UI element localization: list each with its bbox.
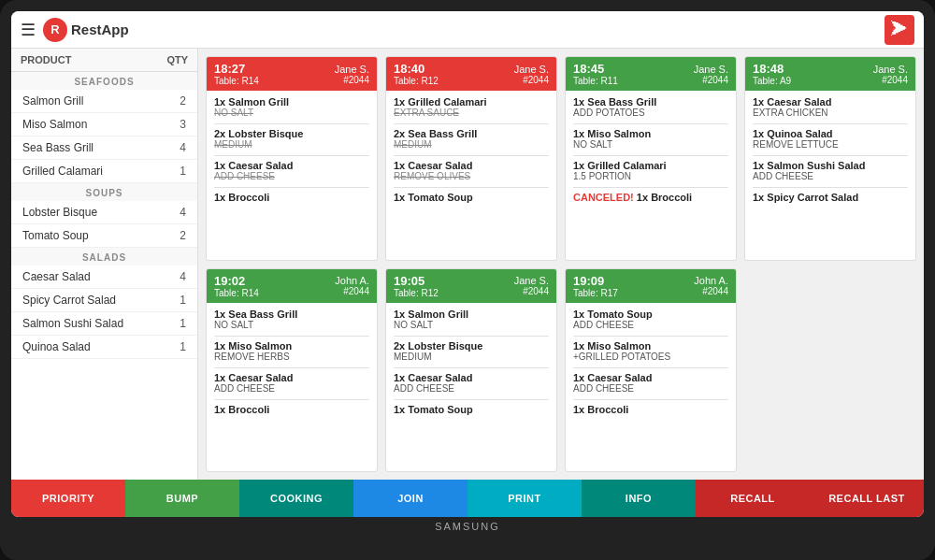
- order-card-order-5[interactable]: 19:02 Table: R14 John A. #2044 1x Sea Ba…: [206, 268, 378, 473]
- header: ☰ R RestApp ⮞: [11, 11, 924, 49]
- order-item-mod: ADD POTATOES: [573, 108, 728, 118]
- order-item-separator: [214, 187, 369, 188]
- sidebar-item[interactable]: Salmon Grill2: [11, 90, 197, 113]
- order-item: 2x Lobster BisqueMEDIUM: [214, 128, 369, 150]
- order-item-separator: [394, 155, 549, 156]
- order-item: 1x Broccoli: [214, 192, 369, 203]
- order-waiter-id: #2044: [335, 75, 369, 85]
- order-card-order-2[interactable]: 18:40 Table: R12 Jane S. #2044 1x Grille…: [385, 56, 557, 261]
- sidebar-item[interactable]: Lobster Bisque4: [11, 201, 197, 224]
- order-time: 19:09: [573, 274, 618, 288]
- order-card-order-6[interactable]: 19:05 Table: R12 Jane S. #2044 1x Salmon…: [385, 268, 557, 473]
- order-table: Table: R17: [573, 288, 618, 298]
- toolbar-btn-info[interactable]: INFO: [582, 480, 696, 517]
- order-waiter-id: #2044: [694, 286, 728, 296]
- exit-button[interactable]: ⮞: [885, 15, 914, 45]
- order-item: 1x Caesar SaladADD CHEESE: [573, 372, 728, 394]
- order-item: 1x Caesar SaladADD CHEESE: [214, 372, 369, 394]
- sidebar-item[interactable]: Sea Bass Grill4: [11, 136, 197, 160]
- order-item-name: 1x Broccoli: [214, 404, 369, 415]
- screen: ☰ R RestApp ⮞ PRODUCT QTY SEAFOODSSalmon…: [11, 11, 924, 517]
- sidebar-item-qty: 3: [180, 118, 186, 131]
- order-card-header: 18:45 Table: R11 Jane S. #2044: [566, 57, 736, 91]
- sidebar-item[interactable]: Quinoa Salad1: [11, 336, 197, 359]
- sidebar-item[interactable]: Tomato Soup2: [11, 224, 197, 248]
- toolbar-btn-cooking[interactable]: COOKING: [239, 480, 353, 517]
- order-items: 1x Salmon GrillNO SALT2x Lobster BisqueM…: [386, 303, 556, 472]
- order-waiter-name: Jane S.: [514, 275, 549, 286]
- order-item: 1x Tomato SoupADD CHEESE: [573, 309, 728, 330]
- order-items: 1x Grilled CalamariEXTRA SAUCE2x Sea Bas…: [386, 91, 556, 260]
- order-table: Table: R14: [214, 288, 259, 298]
- order-waiter-id: #2044: [335, 286, 369, 296]
- order-card-header: 18:27 Table: R14 Jane S. #2044: [207, 57, 377, 91]
- order-time-table: 18:45 Table: R11: [573, 62, 618, 86]
- order-item-name: 1x Broccoli: [637, 192, 692, 203]
- toolbar-btn-recall-last[interactable]: RECALL LAST: [810, 480, 924, 517]
- order-item-separator: [214, 155, 369, 156]
- order-item-mod: NO SALT: [573, 139, 728, 150]
- order-table: Table: A9: [753, 76, 791, 86]
- order-item-separator: [394, 187, 549, 188]
- toolbar-btn-recall[interactable]: RECALL: [696, 480, 810, 517]
- order-time-table: 19:09 Table: R17: [573, 274, 618, 298]
- toolbar-btn-priority[interactable]: PRIORITY: [11, 480, 125, 517]
- order-time: 18:45: [573, 62, 618, 76]
- order-item-name: 1x Miso Salmon: [214, 340, 369, 352]
- hamburger-icon[interactable]: ☰: [21, 20, 36, 40]
- order-item: 1x Broccoli: [573, 404, 728, 415]
- order-waiter: Jane S. #2044: [514, 64, 549, 85]
- order-card-order-3[interactable]: 18:45 Table: R11 Jane S. #2044 1x Sea Ba…: [565, 56, 737, 261]
- order-item: 1x Miso SalmonNO SALT: [573, 128, 728, 150]
- order-item-name: 1x Caesar Salad: [573, 372, 728, 383]
- order-card-header: 18:48 Table: A9 Jane S. #2044: [745, 57, 915, 91]
- order-item: 1x Sea Bass GrillADD POTATOES: [573, 96, 728, 118]
- sidebar-item-name: Lobster Bisque: [22, 206, 97, 219]
- sidebar-item-name: Salmon Sushi Salad: [22, 317, 123, 330]
- toolbar-btn-bump[interactable]: BUMP: [125, 480, 239, 517]
- sidebar-item[interactable]: Miso Salmon3: [11, 113, 197, 136]
- logo-icon: R: [43, 18, 67, 42]
- order-table: Table: R14: [214, 76, 259, 86]
- order-time-table: 19:05 Table: R12: [394, 274, 439, 298]
- sidebar-item-name: Quinoa Salad: [22, 340, 91, 353]
- order-item-mod: 1.5 PORTION: [573, 171, 728, 181]
- order-table: Table: R12: [394, 76, 439, 86]
- order-item-name: 1x Spicy Carrot Salad: [753, 192, 908, 203]
- sidebar-item[interactable]: Salmon Sushi Salad1: [11, 312, 197, 336]
- order-item: 1x Caesar SaladREMOVE OLIVES: [394, 160, 549, 181]
- order-card-header: 19:05 Table: R12 Jane S. #2044: [386, 269, 556, 303]
- toolbar-btn-print[interactable]: PRINT: [468, 480, 582, 517]
- order-waiter-name: Jane S.: [514, 64, 549, 75]
- order-item-mod: ADD CHEESE: [573, 383, 728, 394]
- order-time-table: 18:27 Table: R14: [214, 62, 259, 86]
- sidebar-product-col: PRODUCT: [21, 54, 71, 65]
- sidebar-section-title: SOUPS: [11, 183, 197, 201]
- order-waiter: Jane S. #2044: [873, 64, 908, 85]
- order-card-header: 18:40 Table: R12 Jane S. #2044: [386, 57, 556, 91]
- order-item: 1x Caesar SaladEXTRA CHICKEN: [753, 96, 908, 118]
- sidebar-item-name: Sea Bass Grill: [22, 141, 94, 154]
- sidebar-item[interactable]: Spicy Carrot Salad1: [11, 289, 197, 312]
- order-item-name: 1x Salmon Grill: [214, 96, 369, 108]
- order-items: 1x Caesar SaladEXTRA CHICKEN1x Quinoa Sa…: [745, 91, 915, 260]
- order-items: 1x Sea Bass GrillNO SALT1x Miso SalmonRE…: [207, 303, 377, 472]
- order-waiter-name: Jane S.: [335, 64, 369, 75]
- order-card-order-1[interactable]: 18:27 Table: R14 Jane S. #2044 1x Salmon…: [206, 56, 378, 261]
- order-item-name: 1x Miso Salmon: [573, 340, 728, 352]
- order-item: 1x Grilled CalamariEXTRA SAUCE: [394, 96, 549, 118]
- canceled-label: CANCELED!: [573, 192, 634, 203]
- order-card-order-7[interactable]: 19:09 Table: R17 John A. #2044 1x Tomato…: [565, 268, 737, 473]
- order-item-mod: ADD CHEESE: [573, 320, 728, 330]
- sidebar-item[interactable]: Grilled Calamari1: [11, 160, 197, 183]
- order-item-name: 1x Caesar Salad: [394, 160, 549, 171]
- order-item-name: 1x Caesar Salad: [394, 372, 549, 383]
- order-card-order-4[interactable]: 18:48 Table: A9 Jane S. #2044 1x Caesar …: [744, 56, 916, 261]
- order-item-name: 1x Broccoli: [573, 404, 728, 415]
- order-items: 1x Sea Bass GrillADD POTATOES1x Miso Sal…: [566, 91, 736, 260]
- sidebar-item[interactable]: Caesar Salad4: [11, 266, 197, 289]
- order-waiter-name: John A.: [335, 275, 369, 286]
- toolbar-btn-join[interactable]: JOIN: [353, 480, 468, 517]
- order-card-header: 19:02 Table: R14 John A. #2044: [207, 269, 377, 303]
- sidebar-content: SEAFOODSSalmon Grill2Miso Salmon3Sea Bas…: [11, 72, 197, 359]
